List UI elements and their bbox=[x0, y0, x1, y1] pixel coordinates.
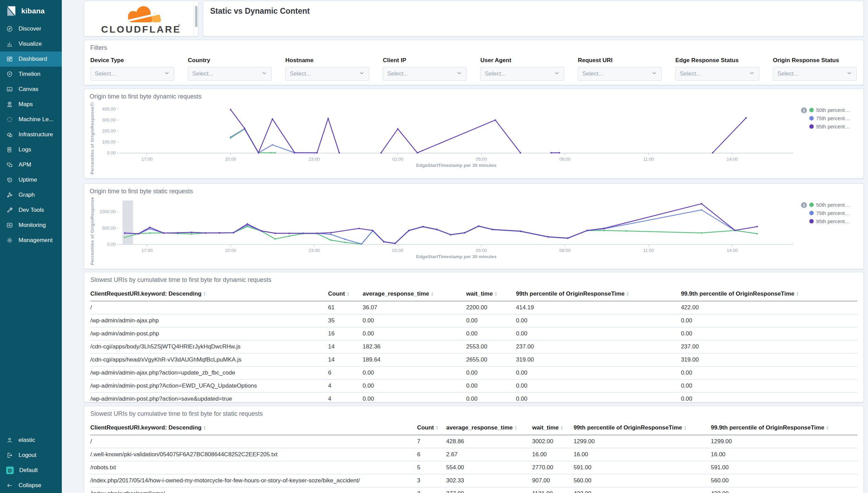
sidebar-item-logs[interactable]: Logs bbox=[0, 142, 62, 157]
value-cell: 414.19 bbox=[516, 301, 681, 314]
select-placeholder: Select... bbox=[582, 70, 603, 77]
line-chart-static[interactable]: 0.00500.001000.0017:0020:0023:0002:0005:… bbox=[97, 197, 798, 260]
filter-select-request-uri[interactable]: Select... bbox=[578, 67, 662, 81]
svg-text:20:00: 20:00 bbox=[225, 248, 236, 253]
filter-label: Hostname bbox=[285, 57, 369, 64]
column-header-99th-percentile-of-originresponsetime[interactable]: 99th percentile of OriginResponseTime▲▼ bbox=[516, 287, 681, 301]
table-row: /wp-admin/admin-ajax.php350.000.000.000.… bbox=[90, 314, 857, 327]
sidebar-item-dashboard[interactable]: Dashboard bbox=[0, 51, 62, 67]
uri-cell: / bbox=[90, 301, 328, 314]
legend-toggle-icon[interactable]: ❯ bbox=[801, 107, 807, 113]
dashboard-icon bbox=[6, 56, 13, 62]
select-placeholder: Select... bbox=[680, 70, 701, 77]
select-placeholder: Select... bbox=[485, 70, 506, 77]
sidebar-item-collapse[interactable]: Collapse bbox=[0, 478, 62, 493]
filter-select-hostname[interactable]: Select... bbox=[285, 67, 369, 81]
legend-item-95th-percentile[interactable]: 95th percent… bbox=[809, 218, 850, 224]
column-header-clientrequesturi-keyword-descending[interactable]: ClientRequestURI.keyword: Descending▲▼ bbox=[90, 421, 417, 435]
filter-select-user-agent[interactable]: Select... bbox=[480, 67, 564, 81]
filter-select-client-ip[interactable]: Select... bbox=[383, 67, 467, 81]
column-header-average-response-time[interactable]: average_response_time▲▼ bbox=[363, 287, 466, 301]
column-header-clientrequesturi-keyword-descending[interactable]: ClientRequestURI.keyword: Descending▲▼ bbox=[90, 287, 328, 301]
sidebar-item-canvas[interactable]: Canvas bbox=[0, 82, 62, 97]
column-header-99th-percentile-of-originresponsetime[interactable]: 99th percentile of OriginResponseTime▲▼ bbox=[573, 421, 711, 435]
chevron-down-icon bbox=[554, 70, 560, 77]
table-title: Slowest URIs by cumulative time to first… bbox=[90, 410, 857, 417]
column-header-label: 99th percentile of OriginResponseTime bbox=[573, 424, 682, 431]
filter-group-request-uri: Request URISelect... bbox=[578, 57, 662, 81]
filter-select-edge-response-status[interactable]: Select... bbox=[675, 67, 759, 81]
svg-text:400.00: 400.00 bbox=[102, 106, 116, 112]
value-cell: 14 bbox=[328, 340, 363, 353]
sort-carets-icon: ▲▼ bbox=[514, 426, 517, 431]
line-chart-dynamic[interactable]: 0.00100.00200.00300.00400.0017:0020:0023… bbox=[97, 102, 798, 168]
maps-icon bbox=[6, 101, 13, 108]
sidebar-item-machine-le[interactable]: Machine Le... bbox=[0, 112, 62, 127]
sidebar-item-visualize[interactable]: Visualize bbox=[0, 36, 62, 51]
sidebar-item-discover[interactable]: Discover bbox=[0, 21, 62, 36]
table-row: /index.php/2017/05/14/how-i-owned-my-mot… bbox=[90, 474, 857, 487]
sidebar-item-uptime[interactable]: Uptime bbox=[0, 172, 62, 187]
column-header-99-9th-percentile-of-originresponsetime[interactable]: 99.9th percentile of OriginResponseTime▲… bbox=[711, 421, 857, 435]
legend-toggle-icon[interactable]: ❯ bbox=[801, 202, 807, 208]
sidebar-item-apm[interactable]: APM bbox=[0, 157, 62, 172]
sidebar-item-elastic[interactable]: elastic bbox=[0, 433, 62, 448]
legend-color-dot bbox=[809, 108, 814, 112]
legend-item-75th-percentile[interactable]: 75th percent… bbox=[809, 115, 850, 121]
sidebar-item-label: Discover bbox=[19, 25, 41, 32]
sidebar-item-logout[interactable]: Logout bbox=[0, 448, 62, 463]
table-row: /robots.txt5554.002770.00591.00591.00 bbox=[90, 461, 857, 474]
value-cell: 0.00 bbox=[516, 392, 681, 402]
value-cell: 3002.00 bbox=[532, 435, 574, 448]
column-header-average-response-time[interactable]: average_response_time▲▼ bbox=[446, 421, 532, 435]
column-header-wait-time[interactable]: wait_time▲▼ bbox=[532, 421, 574, 435]
column-header-label: wait_time bbox=[466, 290, 493, 297]
discover-icon bbox=[6, 25, 13, 32]
svg-text:®: ® bbox=[178, 24, 180, 27]
sidebar-item-graph[interactable]: Graph bbox=[0, 187, 62, 203]
sidebar-item-label: APM bbox=[19, 161, 31, 168]
svg-text:1000.00: 1000.00 bbox=[100, 209, 116, 214]
svg-text:200.00: 200.00 bbox=[102, 128, 116, 134]
value-cell: 3 bbox=[417, 487, 446, 493]
sidebar-item-maps[interactable]: Maps bbox=[0, 97, 62, 112]
svg-text:EdgeStartTimestamp per 30 minu: EdgeStartTimestamp per 30 minutes bbox=[416, 254, 496, 259]
machine-learning-icon bbox=[6, 116, 13, 123]
legend-item-50th-percentile[interactable]: 50th percent… bbox=[809, 107, 850, 113]
sidebar-item-timelion[interactable]: Timelion bbox=[0, 67, 62, 82]
slowest-uris-static-table: ClientRequestURI.keyword: Descending▲▼Co… bbox=[90, 421, 857, 493]
filter-select-country[interactable]: Select... bbox=[188, 67, 272, 81]
legend-color-dot bbox=[809, 116, 814, 121]
legend-item-95th-percentile[interactable]: 95th percent… bbox=[809, 124, 850, 129]
filter-select-origin-response-status[interactable]: Select... bbox=[773, 67, 857, 81]
sidebar-item-dev-tools[interactable]: Dev Tools bbox=[0, 203, 62, 218]
filter-select-device-type[interactable]: Select... bbox=[90, 67, 174, 81]
logs-icon bbox=[6, 146, 13, 153]
sidebar-item-monitoring[interactable]: Monitoring bbox=[0, 218, 62, 233]
svg-text:23:00: 23:00 bbox=[309, 248, 320, 253]
default-space-badge: D bbox=[6, 467, 14, 474]
logout-icon bbox=[6, 452, 13, 459]
column-header-99-9th-percentile-of-originresponsetime[interactable]: 99.9th percentile of OriginResponseTime▲… bbox=[681, 287, 857, 301]
column-header-wait-time[interactable]: wait_time▲▼ bbox=[466, 287, 516, 301]
timelion-icon bbox=[6, 71, 13, 78]
sidebar-item-label: Logout bbox=[19, 452, 36, 459]
column-header-count[interactable]: Count▲▼ bbox=[328, 287, 363, 301]
sidebar-item-infrastructure[interactable]: Infrastructure bbox=[0, 127, 62, 142]
sidebar-item-default[interactable]: DDefault bbox=[0, 463, 62, 478]
kibana-logo[interactable]: kibana bbox=[0, 0, 62, 21]
legend-item-75th-percentile[interactable]: 75th percent… bbox=[809, 210, 850, 216]
chevron-down-icon bbox=[457, 70, 462, 77]
legend-item-50th-percentile[interactable]: 50th percent… bbox=[809, 202, 850, 208]
panel-scrollbar-thumb[interactable] bbox=[195, 6, 197, 27]
value-cell: 16.00 bbox=[573, 448, 711, 461]
value-cell: 560.00 bbox=[711, 474, 857, 487]
table-row: /cdn-cgi/apps/head/xVgyKhR-vV3dAUGhMqfBc… bbox=[90, 353, 857, 366]
sidebar-item-management[interactable]: Management bbox=[0, 233, 62, 248]
value-cell: 319.00 bbox=[516, 353, 681, 366]
column-header-count[interactable]: Count▲▼ bbox=[417, 421, 446, 435]
svg-text:11:00: 11:00 bbox=[643, 248, 654, 253]
chevron-down-icon bbox=[847, 70, 852, 77]
filter-label: Origin Response Status bbox=[773, 57, 857, 64]
select-placeholder: Select... bbox=[387, 70, 408, 77]
